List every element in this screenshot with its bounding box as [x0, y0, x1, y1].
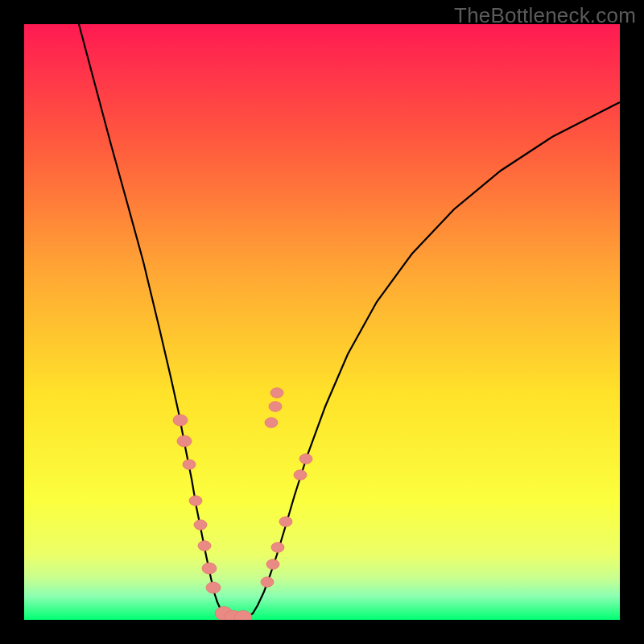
gradient-background: [24, 24, 620, 620]
data-marker: [271, 543, 284, 552]
data-marker: [261, 577, 274, 587]
data-marker: [173, 415, 188, 426]
data-marker: [299, 454, 312, 464]
data-marker: [265, 418, 278, 427]
data-marker: [270, 388, 283, 398]
data-marker: [206, 582, 221, 593]
data-marker: [279, 517, 292, 526]
chart-svg: [24, 24, 620, 620]
data-marker: [183, 460, 196, 469]
watermark-text: TheBottleneck.com: [454, 3, 636, 28]
data-marker: [294, 470, 307, 480]
chart-frame: TheBottleneck.com: [0, 0, 644, 644]
plot-area: [24, 24, 620, 620]
data-marker: [266, 559, 279, 569]
data-marker: [189, 496, 202, 506]
data-marker: [202, 563, 217, 574]
data-marker: [269, 402, 282, 411]
data-marker: [198, 541, 211, 551]
data-marker: [177, 436, 192, 447]
data-marker: [194, 520, 207, 530]
